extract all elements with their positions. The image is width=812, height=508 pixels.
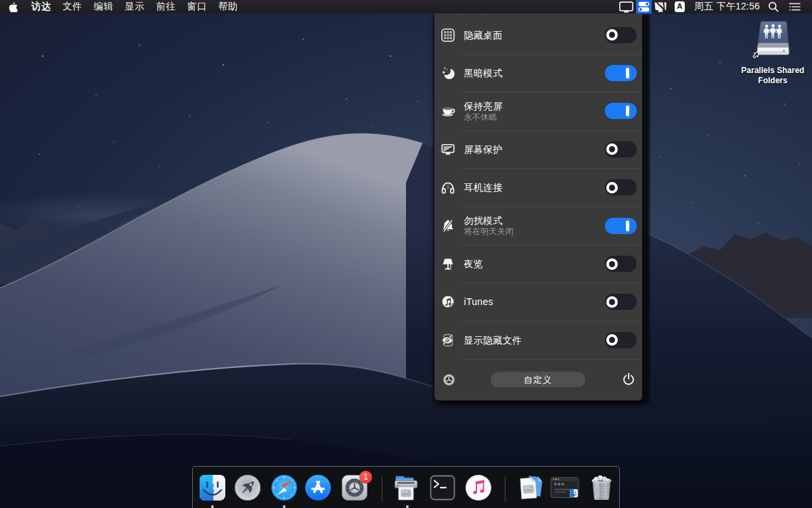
toggle-hide-desktop[interactable] — [605, 27, 637, 43]
desktop-icon-parallels-shared-folders[interactable]: Parallels Shared Folders — [739, 20, 807, 85]
panel-row-hide-desktop: 隐藏桌面 — [434, 16, 642, 54]
panel-row-dark-mode: 黑暗模式 — [434, 54, 642, 92]
panel-row-screen-saver: 屏幕保护 — [434, 131, 642, 168]
status-spotlight[interactable] — [767, 0, 780, 14]
toggle-show-hidden-files[interactable] — [605, 332, 637, 348]
dock-trash[interactable] — [587, 474, 616, 501]
toggle-itunes[interactable] — [605, 294, 637, 310]
panel-row-do-not-disturb: 勿扰模式 将在明天关闭 — [434, 206, 642, 244]
row-label: iTunes — [464, 296, 605, 307]
screen-mirroring-icon — [654, 1, 667, 13]
dock-running-dot-printer — [406, 505, 409, 508]
toggle-knob — [606, 182, 618, 193]
input-source-icon: A — [675, 1, 685, 12]
dock-running-dot-finder — [211, 505, 214, 508]
status-notification-center[interactable] — [787, 0, 802, 14]
dock-separator — [505, 476, 505, 502]
panel-row-show-hidden-files: 显示隐藏文件 — [434, 321, 642, 359]
desktop-screen: 访达 文件 编辑 显示 前往 窗口 帮助 — [0, 0, 812, 508]
panel-footer: 自定义 — [434, 359, 642, 400]
notification-center-icon — [789, 2, 800, 11]
spotlight-icon — [768, 1, 779, 12]
toggle-night-shift[interactable] — [605, 256, 637, 272]
one-switch-panel: 隐藏桌面 黑暗模式 — [434, 14, 642, 400]
one-switch-icon — [638, 1, 650, 12]
status-one-switch[interactable] — [636, 0, 652, 14]
itunes-note-icon — [441, 294, 455, 309]
dock-itunes[interactable] — [465, 474, 492, 501]
row-label: 耳机连接 — [464, 182, 605, 193]
customize-button[interactable]: 自定义 — [491, 372, 585, 388]
row-label: 黑暗模式 — [464, 68, 605, 78]
display-icon — [619, 1, 633, 13]
menu-bar: 访达 文件 编辑 显示 前往 窗口 帮助 — [0, 0, 812, 14]
dock-documents-stack[interactable] — [517, 474, 544, 501]
row-label: 夜览 — [464, 258, 605, 269]
toggle-knob — [606, 296, 618, 308]
wallpaper — [0, 0, 812, 508]
dock-separator — [382, 476, 382, 502]
dock-terminal[interactable] — [429, 474, 456, 501]
status-display[interactable] — [618, 0, 634, 14]
toggle-knob — [606, 143, 618, 155]
dock-running-dot-safari — [283, 505, 286, 508]
row-label: 隐藏桌面 — [464, 30, 605, 41]
toggle-headphones[interactable] — [605, 179, 637, 195]
row-label: 勿扰模式 — [464, 215, 605, 226]
dark-mode-icon — [441, 66, 455, 80]
toggle-bar — [626, 221, 629, 231]
panel-row-headphones: 耳机连接 — [434, 168, 642, 206]
toggle-screen-saver[interactable] — [605, 141, 637, 158]
headphones-icon — [441, 180, 455, 195]
toggle-knob — [606, 334, 618, 346]
menu-bar-right: A 周五 下午12:56 — [0, 0, 812, 14]
dock-safari[interactable] — [271, 474, 298, 501]
row-label: 保持亮屏 — [464, 101, 605, 112]
row-sublabel: 永不休眠 — [464, 112, 605, 122]
toggle-do-not-disturb[interactable] — [605, 218, 637, 234]
shared-folders-drive-icon — [755, 20, 790, 59]
screen-saver-icon — [441, 142, 455, 157]
panel-row-itunes: iTunes — [434, 283, 642, 321]
panel-row-keep-awake: 保持亮屏 永不休眠 — [434, 92, 642, 130]
toggle-knob — [606, 29, 618, 41]
toggle-bar — [626, 106, 629, 116]
toggle-keep-awake[interactable] — [605, 103, 637, 119]
toggle-bar — [626, 68, 629, 78]
menu-bar-clock[interactable]: 周五 下午12:56 — [694, 0, 760, 14]
toggle-knob — [606, 258, 618, 270]
row-sublabel: 将在明天关闭 — [464, 227, 605, 236]
power-icon[interactable] — [621, 372, 636, 387]
night-shift-icon — [441, 256, 455, 271]
dock: 1 — [192, 466, 620, 508]
hide-desktop-icon — [441, 28, 455, 43]
status-screen-mirroring[interactable] — [652, 0, 669, 14]
toggle-dark-mode[interactable] — [605, 65, 637, 81]
dock-app-store[interactable] — [304, 474, 332, 501]
status-input-source[interactable]: A — [675, 0, 685, 14]
panel-row-night-shift: 夜览 — [434, 245, 642, 283]
dock-badge-system-preferences: 1 — [359, 471, 372, 484]
dock-printer[interactable] — [392, 474, 420, 501]
dock-launchpad[interactable] — [234, 474, 261, 501]
keep-awake-icon — [441, 103, 455, 118]
dock-finder[interactable] — [199, 474, 226, 501]
dock-minimized-window[interactable] — [550, 474, 579, 501]
settings-gear-icon[interactable] — [442, 373, 456, 387]
desktop-icon-label: Parallels Shared Folders — [739, 66, 807, 85]
row-label: 显示隐藏文件 — [464, 335, 605, 346]
show-hidden-files-icon — [441, 333, 455, 348]
do-not-disturb-icon — [441, 218, 455, 233]
row-label: 屏幕保护 — [464, 144, 605, 155]
